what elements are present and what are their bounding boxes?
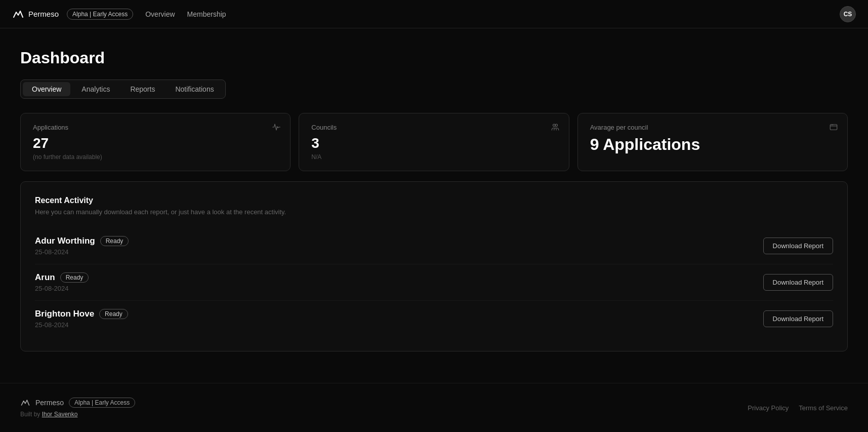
footer-left: Permeso Alpha | Early Access Built by Ih…	[20, 398, 135, 418]
stat-councils-value: 3	[311, 135, 556, 151]
footer-brand-name: Permeso	[35, 399, 64, 407]
svg-rect-2	[830, 125, 837, 130]
tab-reports[interactable]: Reports	[121, 82, 164, 96]
tab-notifications[interactable]: Notifications	[166, 82, 223, 96]
navbar: Permeso Alpha | Early Access Overview Me…	[0, 0, 868, 28]
activity-section: Recent Activity Here you can manually do…	[20, 181, 848, 351]
activity-row-name-1: Arun	[35, 272, 55, 283]
window-icon	[829, 123, 838, 134]
footer: Permeso Alpha | Early Access Built by Ih…	[0, 383, 868, 432]
logo-icon	[12, 8, 24, 20]
nav-link-membership[interactable]: Membership	[187, 10, 226, 18]
logo-text: Permeso	[28, 10, 59, 18]
nav-link-overview[interactable]: Overview	[145, 10, 175, 18]
stat-card-councils: Councils 3 N/A	[299, 113, 569, 171]
svg-point-0	[553, 124, 555, 127]
status-badge-1: Ready	[60, 272, 89, 283]
tab-analytics[interactable]: Analytics	[72, 82, 119, 96]
main-content: Dashboard Overview Analytics Reports Not…	[0, 28, 868, 383]
stat-councils-label: Councils	[311, 124, 556, 131]
footer-brand: Permeso Alpha | Early Access	[20, 398, 135, 408]
stat-average-value: 9 Applications	[590, 135, 835, 154]
activity-row-left-0: Adur Worthing Ready 25-08-2024	[35, 236, 129, 256]
status-badge-2: Ready	[99, 309, 128, 319]
activity-row-left-1: Arun Ready 25-08-2024	[35, 272, 89, 292]
stat-applications-value: 27	[33, 135, 278, 151]
activity-row-2: Brighton Hove Ready 25-08-2024 Download …	[35, 301, 833, 337]
activity-row-left-2: Brighton Hove Ready 25-08-2024	[35, 309, 128, 329]
nav-links: Overview Membership	[145, 10, 840, 18]
footer-privacy-policy[interactable]: Privacy Policy	[748, 404, 789, 412]
footer-built-link[interactable]: Ihor Savenko	[42, 411, 78, 418]
nav-badge: Alpha | Early Access	[67, 9, 133, 20]
stat-average-label: Avarage per council	[590, 124, 835, 131]
activity-row-1: Arun Ready 25-08-2024 Download Report	[35, 264, 833, 301]
stat-applications-label: Applications	[33, 124, 278, 131]
activity-name-line-1: Arun Ready	[35, 272, 89, 283]
avatar[interactable]: CS	[840, 6, 856, 22]
status-badge-0: Ready	[100, 236, 129, 246]
footer-built-prefix: Built by	[20, 411, 42, 418]
stat-councils-sub: N/A	[311, 153, 556, 161]
activity-description: Here you can manually download each repo…	[35, 208, 833, 216]
activity-name-line-0: Adur Worthing Ready	[35, 236, 129, 246]
download-report-button-1[interactable]: Download Report	[763, 274, 833, 291]
activity-row-0: Adur Worthing Ready 25-08-2024 Download …	[35, 228, 833, 264]
stat-card-applications: Applications 27 (no further data availab…	[20, 113, 291, 171]
stat-applications-sub: (no further data available)	[33, 153, 278, 161]
download-report-button-2[interactable]: Download Report	[763, 310, 833, 327]
tabs-container: Overview Analytics Reports Notifications	[20, 80, 226, 99]
svg-point-1	[555, 124, 558, 127]
footer-right: Privacy Policy Terms of Service	[748, 404, 848, 412]
footer-badge: Alpha | Early Access	[69, 398, 135, 408]
activity-row-name-2: Brighton Hove	[35, 309, 94, 319]
footer-logo-icon	[20, 398, 30, 408]
people-icon	[551, 123, 560, 134]
stats-row: Applications 27 (no further data availab…	[20, 113, 848, 171]
download-report-button-0[interactable]: Download Report	[763, 238, 833, 254]
stat-card-average: Avarage per council 9 Applications	[577, 113, 848, 171]
page-title: Dashboard	[20, 49, 848, 67]
footer-built-by: Built by Ihor Savenko	[20, 411, 135, 418]
tab-overview[interactable]: Overview	[23, 82, 70, 96]
activity-name-line-2: Brighton Hove Ready	[35, 309, 128, 319]
footer-terms-of-service[interactable]: Terms of Service	[799, 404, 848, 412]
activity-title: Recent Activity	[35, 196, 833, 205]
activity-row-date-0: 25-08-2024	[35, 248, 129, 256]
activity-row-date-1: 25-08-2024	[35, 285, 89, 292]
pulse-icon	[272, 123, 281, 134]
activity-row-date-2: 25-08-2024	[35, 321, 128, 329]
logo: Permeso	[12, 8, 59, 20]
activity-row-name-0: Adur Worthing	[35, 236, 95, 246]
